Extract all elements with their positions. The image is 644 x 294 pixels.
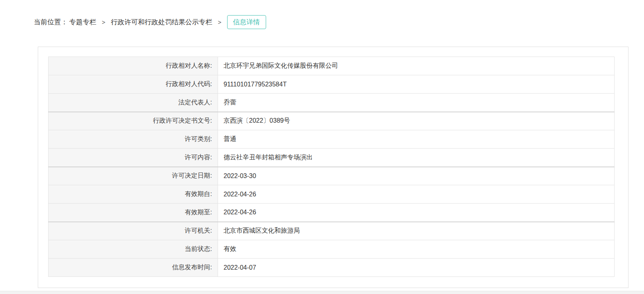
breadcrumb-link-permit-publicity-column[interactable]: 行政许可和行政处罚结果公示专栏 [111, 18, 212, 27]
row-label: 行政许可决定书文号: [49, 112, 218, 130]
row-value: 北京市西城区文化和旅游局 [218, 222, 615, 240]
row-label: 当前状态: [49, 240, 218, 259]
row-value: 91110101779523584T [218, 75, 615, 94]
row-label: 行政相对人名称: [49, 57, 218, 75]
row-label: 许可类别: [49, 130, 218, 149]
breadcrumb-separator: > [102, 19, 105, 25]
breadcrumb: 当前位置： 专题专栏 > 行政许可和行政处罚结果公示专栏 > 信息详情 [34, 14, 266, 29]
table-row: 行政相对人代码: 91110101779523584T [49, 75, 615, 94]
row-value: 普通 [218, 130, 615, 149]
row-value: 2022-04-07 [218, 259, 615, 277]
table-row: 行政许可决定书文号: 京西演〔2022〕0389号 [49, 112, 615, 130]
table-row: 许可内容: 德云社辛丑年封箱相声专场演出 [49, 149, 615, 167]
row-label: 许可内容: [49, 149, 218, 167]
table-row: 许可决定日期: 2022-03-30 [49, 167, 615, 185]
table-row: 行政相对人名称: 北京环宇兄弟国际文化传媒股份有限公司 [49, 57, 615, 75]
row-value: 乔蕾 [218, 94, 615, 112]
breadcrumb-separator: > [218, 19, 222, 25]
table-row: 有效期自: 2022-04-26 [49, 185, 615, 204]
row-value: 德云社辛丑年封箱相声专场演出 [218, 149, 615, 167]
table-row: 有效期至: 2022-04-26 [49, 204, 615, 222]
footer-strip [0, 291, 644, 294]
detail-panel: 行政相对人名称: 北京环宇兄弟国际文化传媒股份有限公司 行政相对人代码: 911… [38, 47, 628, 288]
row-value: 北京环宇兄弟国际文化传媒股份有限公司 [218, 57, 615, 75]
row-value: 京西演〔2022〕0389号 [218, 112, 615, 130]
detail-table-body: 行政相对人名称: 北京环宇兄弟国际文化传媒股份有限公司 行政相对人代码: 911… [49, 57, 615, 277]
table-row: 信息发布时间: 2022-04-07 [49, 259, 615, 277]
breadcrumb-link-special-topics[interactable]: 专题专栏 [69, 18, 96, 27]
info-detail-button[interactable]: 信息详情 [227, 15, 266, 29]
table-row: 法定代表人: 乔蕾 [49, 94, 615, 112]
row-label: 法定代表人: [49, 94, 218, 112]
row-value: 2022-04-26 [218, 185, 615, 204]
table-row: 许可机关: 北京市西城区文化和旅游局 [49, 222, 615, 240]
row-label: 许可机关: [49, 222, 218, 240]
row-label: 有效期自: [49, 185, 218, 204]
row-label: 信息发布时间: [49, 259, 218, 277]
detail-table: 行政相对人名称: 北京环宇兄弟国际文化传媒股份有限公司 行政相对人代码: 911… [48, 57, 615, 277]
row-label: 有效期至: [49, 204, 218, 222]
table-row: 当前状态: 有效 [49, 240, 615, 259]
row-label: 许可决定日期: [49, 167, 218, 185]
row-label: 行政相对人代码: [49, 75, 218, 94]
table-row: 许可类别: 普通 [49, 130, 615, 149]
row-value: 有效 [218, 240, 615, 259]
row-value: 2022-03-30 [218, 167, 615, 185]
row-value: 2022-04-26 [218, 204, 615, 222]
breadcrumb-prefix: 当前位置： [34, 18, 68, 27]
